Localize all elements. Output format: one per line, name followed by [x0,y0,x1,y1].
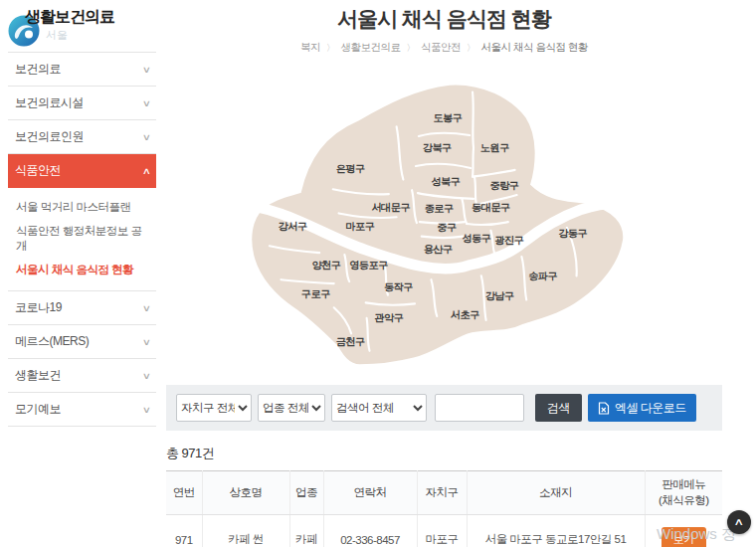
district-label[interactable]: 구로구 [300,288,329,299]
sidebar-item-label: 보건의료 [15,61,61,78]
restaurant-table: 연번상호명업종연락처자치구소재지판매메뉴(채식유형) 971카페 썬카페02-3… [166,470,722,547]
sidebar-subitem[interactable]: 식품안전 행정처분정보 공개 [15,220,149,259]
district-label[interactable]: 강서구 [278,221,306,232]
sidebar-item[interactable]: 보건의료∨ [8,52,156,87]
table-row: 971카페 썬카페02-336-8457마포구서울 마포구 동교로17안길 51… [166,515,722,547]
page-title: 서울시 채식 음식점 현황 [166,6,722,32]
keyword-filter-select[interactable]: 검색어 전체 [331,394,427,422]
column-header: 판매메뉴(채식유형) [645,471,722,515]
chevron-down-icon: ∨ [142,132,151,142]
sidebar-item-label: 보건의료인원 [15,128,84,145]
scroll-top-button[interactable]: ∧ [727,510,751,534]
district-label[interactable]: 강동구 [558,228,587,239]
column-header: 연번 [166,471,202,515]
column-header: 자치구 [417,471,467,515]
district-label[interactable]: 용산구 [423,244,452,255]
breadcrumb: 복지〉생활보건의료〉식품안전〉서울시 채식 음식점 현황 [166,41,722,55]
district-label[interactable]: 금천구 [335,336,364,347]
district-label[interactable]: 강남구 [484,290,513,301]
table-cell: 카페 [289,515,323,547]
breadcrumb-separator-icon: 〉 [407,43,416,53]
main-content: 서울시 채식 음식점 현황 복지〉생활보건의료〉식품안전〉서울시 채식 음식점 … [162,0,756,547]
category-filter-select[interactable]: 업종 전체 [258,394,325,422]
result-count: 총 971건 [166,445,722,462]
district-label[interactable]: 광진구 [494,235,523,246]
chevron-down-icon: ∨ [142,337,151,347]
sidebar: 서울 생활보건의료 보건의료∨보건의료시설∨보건의료인원∨식품안전∧서울 먹거리… [0,0,162,547]
sidebar-subitem[interactable]: 서울 먹거리 마스터플랜 [15,196,149,220]
sidebar-item-label: 메르스(MERS) [15,333,89,350]
sidebar-item-label: 식품안전 [15,162,61,179]
table-cell: 02-336-8457 [323,515,417,547]
district-label[interactable]: 서대문구 [371,202,410,213]
table-cell: 카페 썬 [202,515,289,547]
district-label[interactable]: 양천구 [311,260,340,271]
sidebar-item[interactable]: 보건의료인원∨ [8,120,156,154]
district-label[interactable]: 마포구 [345,221,374,232]
breadcrumb-item[interactable]: 복지 [300,41,320,53]
chevron-up-icon: ∧ [733,517,744,527]
district-label[interactable]: 동작구 [384,281,413,292]
table-cell: 971 [166,515,202,547]
excel-download-label: 엑셀 다운로드 [615,400,686,417]
district-label[interactable]: 노원구 [479,142,508,153]
district-label[interactable]: 서초구 [450,309,478,320]
sidebar-menu: 보건의료∨보건의료시설∨보건의료인원∨식품안전∧서울 먹거리 마스터플랜식품안전… [8,52,156,427]
search-button[interactable]: 검색 [535,394,582,422]
sidebar-item-label: 생활보건 [15,367,61,384]
district-label[interactable]: 강북구 [422,142,451,153]
district-label[interactable]: 관악구 [374,312,403,323]
breadcrumb-separator-icon: 〉 [326,43,335,53]
sidebar-submenu: 서울 먹거리 마스터플랜식품안전 행정처분정보 공개서울시 채식 음식점 현황 [8,188,156,291]
column-header: 소재지 [467,471,645,515]
filter-bar: 자치구 전체 업종 전체 검색어 전체 검색 엑셀 다운로드 [166,385,722,431]
district-label[interactable]: 도봉구 [433,112,462,123]
sidebar-item[interactable]: 모기예보∨ [8,393,156,427]
table-body: 971카페 썬카페02-336-8457마포구서울 마포구 동교로17안길 51… [166,515,722,547]
excel-download-button[interactable]: 엑셀 다운로드 [588,394,696,422]
district-filter-select[interactable]: 자치구 전체 [176,394,252,422]
sidebar-item[interactable]: 식품안전∧ [8,154,156,188]
breadcrumb-item[interactable]: 생활보건의료 [341,41,401,53]
sidebar-item[interactable]: 메르스(MERS)∨ [8,325,156,359]
sidebar-item-label: 코로나19 [15,299,62,316]
seoul-map-svg: 도봉구강북구노원구은평구성북구중랑구서대문구종로구동대문구강서구마포구중구성동구… [236,77,654,375]
district-label[interactable]: 종로구 [424,203,453,214]
logo-subtext: 서울 [46,28,68,43]
column-header: 연락처 [323,471,417,515]
district-label[interactable]: 영등포구 [349,260,388,271]
sidebar-subitem[interactable]: 서울시 채식 음식점 현황 [15,259,149,282]
column-header: 상호명 [202,471,289,515]
chevron-down-icon: ∨ [142,371,151,381]
excel-icon [598,402,610,415]
table-cell: 서울 마포구 동교로17안길 51 [467,515,645,547]
breadcrumb-item: 서울시 채식 음식점 현황 [481,41,588,53]
chevron-down-icon: ∨ [142,405,151,415]
site-logo[interactable]: 서울 생활보건의료 [8,6,156,52]
sidebar-item-label: 모기예보 [15,401,61,418]
search-input[interactable] [435,394,524,422]
chevron-down-icon: ∨ [142,98,151,108]
table-header-row: 연번상호명업종연락처자치구소재지판매메뉴(채식유형) [166,471,722,515]
district-label[interactable]: 중랑구 [489,180,518,191]
district-label[interactable]: 동대문구 [472,202,510,213]
sidebar-item-label: 보건의료시설 [15,94,84,111]
windows-watermark: Windows 정 [657,525,736,544]
app-root: 서울 생활보건의료 보건의료∨보건의료시설∨보건의료인원∨식품안전∧서울 먹거리… [0,0,756,547]
chevron-up-icon: ∧ [142,166,151,176]
sidebar-item[interactable]: 코로나19∨ [8,291,156,325]
chevron-down-icon: ∨ [142,65,151,75]
district-label[interactable]: 은평구 [335,163,364,174]
sidebar-item[interactable]: 생활보건∨ [8,359,156,393]
breadcrumb-item[interactable]: 식품안전 [421,41,461,53]
breadcrumb-separator-icon: 〉 [467,43,475,53]
site-title: 생활보건의료 [25,7,114,28]
column-header: 업종 [289,471,323,515]
sidebar-item[interactable]: 보건의료시설∨ [8,87,156,120]
district-label[interactable]: 송파구 [528,271,557,281]
table-cell: 마포구 [417,515,467,547]
seoul-district-map: 도봉구강북구노원구은평구성북구중랑구서대문구종로구동대문구강서구마포구중구성동구… [166,77,722,375]
district-label[interactable]: 중구 [437,222,457,233]
district-label[interactable]: 성동구 [462,233,490,244]
district-label[interactable]: 성북구 [431,176,460,187]
